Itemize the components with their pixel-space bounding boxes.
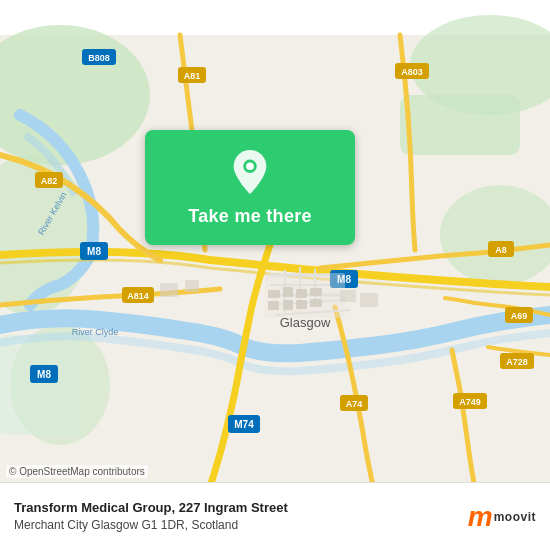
svg-rect-48	[268, 290, 280, 298]
svg-text:A69: A69	[511, 311, 528, 321]
svg-rect-7	[0, 335, 80, 435]
svg-text:A749: A749	[459, 397, 481, 407]
bottom-info-bar: Transform Medical Group, 227 Ingram Stre…	[0, 482, 550, 550]
svg-text:M74: M74	[234, 419, 254, 430]
svg-text:A81: A81	[184, 71, 201, 81]
svg-text:A82: A82	[41, 176, 58, 186]
map-container: M8 M8 M74 M8 A82 A81 A803 A8 A814 A74 A7…	[0, 0, 550, 550]
svg-text:River Clyde: River Clyde	[72, 327, 119, 337]
svg-rect-54	[296, 300, 307, 309]
svg-rect-56	[160, 283, 178, 297]
cta-button-label: Take me there	[188, 206, 312, 227]
svg-text:A8: A8	[495, 245, 507, 255]
location-info: Transform Medical Group, 227 Ingram Stre…	[14, 499, 460, 534]
svg-rect-53	[283, 300, 293, 310]
moovit-logo-letter: m	[468, 501, 492, 533]
svg-rect-58	[340, 290, 356, 302]
svg-point-61	[246, 162, 254, 170]
svg-text:A728: A728	[506, 357, 528, 367]
svg-rect-59	[360, 293, 378, 307]
svg-text:A803: A803	[401, 67, 423, 77]
moovit-logo: m moovit	[468, 501, 536, 533]
svg-rect-52	[268, 301, 279, 310]
svg-text:M8: M8	[87, 246, 101, 257]
map-pin-icon	[230, 148, 270, 196]
cta-button-area: Take me there	[145, 130, 355, 245]
svg-rect-57	[185, 280, 199, 292]
svg-rect-4	[400, 95, 520, 155]
svg-rect-50	[296, 289, 307, 298]
location-address: Merchant City Glasgow G1 1DR, Scotland	[14, 517, 460, 534]
svg-rect-51	[310, 288, 322, 296]
svg-text:B808: B808	[88, 53, 110, 63]
svg-text:Glasgow: Glasgow	[280, 315, 331, 330]
svg-text:A74: A74	[346, 399, 363, 409]
take-me-there-button[interactable]: Take me there	[145, 130, 355, 245]
osm-attribution: © OpenStreetMap contributors	[6, 465, 148, 478]
svg-text:M8: M8	[37, 369, 51, 380]
moovit-brand-name: moovit	[494, 510, 536, 524]
svg-rect-49	[283, 287, 293, 297]
svg-rect-55	[310, 299, 322, 307]
location-name: Transform Medical Group, 227 Ingram Stre…	[14, 499, 460, 517]
svg-text:A814: A814	[127, 291, 149, 301]
